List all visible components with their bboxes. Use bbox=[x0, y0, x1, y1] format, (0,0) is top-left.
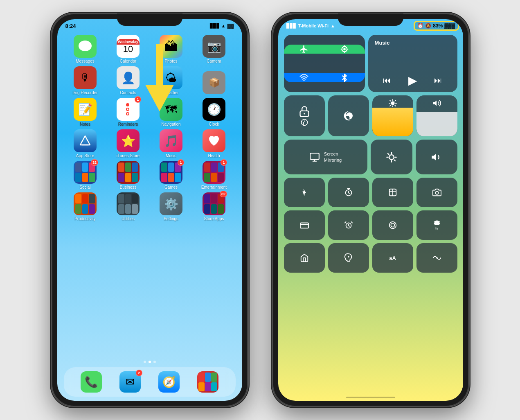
reminders-icon[interactable]: 1 bbox=[117, 98, 140, 121]
safari-icon[interactable]: 🧭 bbox=[158, 371, 180, 393]
app-row-6: Productivity bbox=[64, 192, 236, 221]
wallet-btn[interactable] bbox=[284, 210, 325, 240]
dot-2 bbox=[149, 361, 151, 363]
calendar-icon[interactable]: Wednesday 10 bbox=[117, 35, 140, 58]
airplane-mode-btn[interactable] bbox=[284, 45, 324, 54]
home-indicator bbox=[346, 397, 395, 398]
calculator-btn[interactable] bbox=[372, 178, 413, 207]
productivity-icon[interactable] bbox=[74, 192, 97, 215]
app-irig[interactable]: 🎙 iRig Recorder bbox=[70, 66, 100, 95]
navigation-icon[interactable]: 🗺 bbox=[160, 98, 182, 121]
business-icon[interactable] bbox=[117, 161, 140, 184]
brightness-large-btn[interactable] bbox=[371, 140, 412, 174]
screen-mirroring-btn[interactable]: ScreenMirroring bbox=[284, 140, 367, 174]
hearing-btn[interactable] bbox=[328, 243, 369, 273]
games-icon[interactable]: 1 bbox=[160, 161, 182, 184]
app-storeapps[interactable]: 82 Store Apps bbox=[199, 192, 229, 221]
app-games[interactable]: 1 Games bbox=[156, 161, 186, 190]
music-controls: ⏮ ▶ ⏭ bbox=[375, 74, 451, 87]
dock-safari[interactable]: 🧭 bbox=[157, 371, 181, 393]
dock-grid[interactable] bbox=[196, 371, 220, 393]
mail-icon[interactable]: 2 ✉ bbox=[119, 371, 141, 393]
do-not-disturb-btn[interactable] bbox=[328, 95, 369, 136]
dock-mail[interactable]: 2 ✉ bbox=[118, 371, 142, 393]
itunes-icon[interactable]: ⭐ bbox=[117, 129, 140, 152]
app-utilities[interactable]: Utilities bbox=[113, 192, 143, 221]
health-icon[interactable] bbox=[203, 129, 225, 152]
volume-large-btn[interactable] bbox=[416, 140, 457, 174]
camera-icon[interactable]: 📷 bbox=[203, 35, 225, 58]
dock-phone[interactable]: 📞 bbox=[79, 371, 104, 393]
time-display: 8:24 bbox=[65, 23, 76, 29]
play-btn[interactable]: ▶ bbox=[408, 74, 417, 87]
entertainment-icon[interactable]: 1 bbox=[203, 161, 225, 184]
record-btn[interactable] bbox=[372, 210, 413, 240]
svg-point-43 bbox=[391, 223, 394, 227]
app-photos[interactable]: 🏔 Photos bbox=[156, 35, 186, 64]
dock-grid-icon[interactable] bbox=[197, 371, 218, 393]
weather-icon[interactable]: 🌤 bbox=[160, 66, 182, 89]
social-icon[interactable]: 32 bbox=[74, 161, 97, 184]
battery-icon: ▓▓ bbox=[227, 23, 234, 28]
settings-icon[interactable]: ⚙️ bbox=[160, 192, 182, 215]
connectivity-cluster bbox=[284, 35, 365, 92]
screen-lock-btn[interactable] bbox=[284, 95, 325, 136]
appstore-icon[interactable] bbox=[74, 129, 97, 152]
app-settings[interactable]: ⚙️ Settings bbox=[156, 192, 186, 221]
music-tile[interactable]: Music ⏮ ▶ ⏭ bbox=[368, 35, 457, 92]
photos-icon[interactable]: 🏔 bbox=[160, 35, 182, 58]
app-music[interactable]: 🎵 Music bbox=[156, 129, 186, 158]
rewind-btn[interactable]: ⏮ bbox=[383, 76, 391, 85]
alarm-btn[interactable] bbox=[328, 210, 369, 240]
wifi-btn[interactable] bbox=[284, 73, 324, 82]
app-business[interactable]: Business bbox=[113, 161, 143, 190]
app-clock[interactable]: 🕐 Clock bbox=[199, 98, 229, 127]
app-contacts[interactable]: 👤 Contacts bbox=[113, 66, 143, 95]
svg-rect-27 bbox=[310, 153, 319, 159]
appletv-btn[interactable]: tv bbox=[416, 210, 457, 240]
timer-btn[interactable] bbox=[328, 178, 369, 207]
app-messages[interactable]: Messages bbox=[70, 35, 100, 64]
app-reminders[interactable]: 1 Reminders bbox=[113, 98, 143, 127]
app-social[interactable]: 32 Social bbox=[70, 161, 100, 190]
clock-icon[interactable]: 🕐 bbox=[203, 98, 225, 121]
home-btn[interactable] bbox=[284, 243, 325, 273]
social-badge: 32 bbox=[91, 159, 98, 166]
volume-slider[interactable] bbox=[416, 95, 457, 136]
text-size-btn[interactable]: aA bbox=[372, 243, 413, 273]
appstore-label: App Store bbox=[76, 154, 94, 158]
messages-icon[interactable] bbox=[74, 35, 97, 58]
phone-icon[interactable]: 📞 bbox=[81, 371, 102, 393]
app-notes[interactable]: 📝 Notes bbox=[70, 98, 100, 127]
alarm-clock-icon: ⏰ bbox=[417, 23, 423, 29]
app-row2item4[interactable]: 📦 bbox=[199, 71, 229, 95]
app-navigation[interactable]: 🗺 Navigation bbox=[156, 98, 186, 127]
unknown-icon[interactable]: 📦 bbox=[203, 71, 225, 94]
sound-recognition-btn[interactable] bbox=[416, 243, 457, 273]
brightness-slider[interactable] bbox=[372, 95, 413, 136]
flashlight-btn[interactable] bbox=[284, 178, 325, 207]
app-camera[interactable]: 📷 Camera bbox=[199, 35, 229, 64]
irig-icon[interactable]: 🎙 bbox=[74, 66, 97, 89]
fastforward-btn[interactable]: ⏭ bbox=[434, 76, 442, 85]
app-productivity[interactable]: Productivity bbox=[70, 192, 100, 221]
camera-btn[interactable] bbox=[416, 178, 457, 207]
app-health[interactable]: Health bbox=[199, 129, 229, 158]
brightness-fill bbox=[372, 108, 413, 136]
cellular-data-btn[interactable] bbox=[324, 45, 365, 54]
app-calendar[interactable]: Wednesday 10 Calendar bbox=[113, 35, 143, 64]
bluetooth-btn[interactable] bbox=[324, 73, 365, 82]
notes-icon[interactable]: 📝 bbox=[74, 98, 97, 121]
music-icon[interactable]: 🎵 bbox=[160, 129, 182, 152]
utilities-icon[interactable] bbox=[117, 192, 140, 215]
app-entertainment[interactable]: 1 Entertainment bbox=[199, 161, 229, 190]
messages-label: Messages bbox=[76, 59, 95, 64]
svg-line-26 bbox=[395, 100, 396, 101]
svg-point-39 bbox=[435, 191, 438, 194]
storeapps-icon[interactable]: 82 bbox=[203, 192, 225, 215]
app-weather[interactable]: 🌤 Weather bbox=[156, 66, 186, 95]
contacts-icon[interactable]: 👤 bbox=[117, 66, 140, 89]
app-appstore[interactable]: App Store bbox=[70, 129, 100, 158]
app-itunes[interactable]: ⭐ iTunes Store bbox=[113, 129, 143, 158]
cc-bottom-row-1 bbox=[284, 178, 457, 207]
